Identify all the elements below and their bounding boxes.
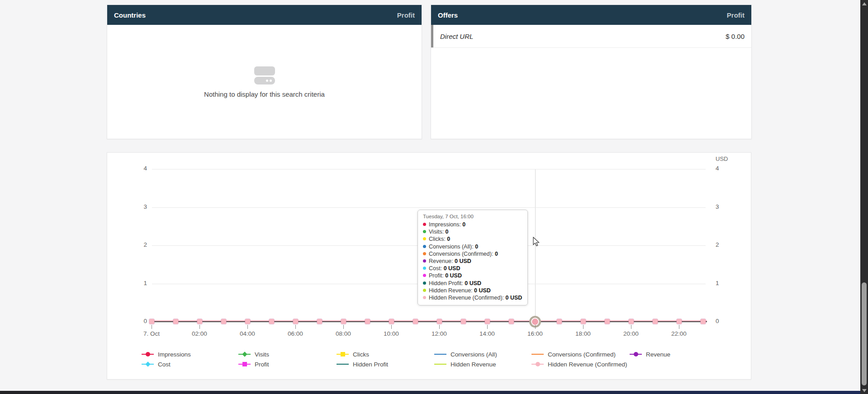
y-axis-label-right: 2 [716, 241, 719, 248]
tooltip-item-dot [423, 252, 426, 255]
scrollbar-up-arrow[interactable] [860, 0, 868, 7]
legend-marker-square-icon [242, 362, 247, 366]
tooltip-item-value: 0 USD [465, 280, 481, 286]
y-axis-label-left: 3 [125, 203, 147, 210]
legend-item[interactable]: Profit [238, 360, 269, 368]
offer-row-direct-url[interactable]: Direct URL $ 0.00 [431, 25, 751, 48]
x-axis-label: 12:00 [423, 330, 455, 337]
x-axis-tick [487, 325, 488, 329]
legend-item[interactable]: Revenue [630, 350, 670, 358]
tooltip-item-dot [423, 223, 426, 226]
tooltip-item-label: Profit: [429, 272, 445, 279]
data-point-marker [461, 319, 466, 324]
scrollbar-down-arrow[interactable] [860, 387, 868, 394]
tooltip-item: Conversions (All): 0 [423, 243, 522, 250]
tooltip-item-label: Cost: [429, 265, 444, 272]
server-stack-icon-top [254, 66, 275, 75]
data-point-marker [677, 319, 682, 324]
data-point-marker [149, 319, 154, 324]
data-point-marker [317, 319, 322, 324]
legend-item[interactable]: Hidden Revenue [434, 360, 496, 368]
legend-item-label: Clicks [353, 351, 369, 358]
legend-item[interactable]: Cost [142, 360, 171, 368]
y-axis-unit-label: USD [716, 155, 728, 162]
tooltip-item-dot [423, 237, 426, 240]
tooltip-item-dot [423, 259, 426, 263]
grid-line [152, 169, 706, 169]
dashboard-page: { "panels": { "countries": { "title": "C… [0, 0, 868, 394]
x-axis-label: 20:00 [615, 330, 647, 337]
tooltip-item: Impressions: 0 [423, 221, 522, 228]
scrollbar-thumb[interactable] [862, 282, 867, 385]
data-point-marker [389, 319, 394, 324]
tooltip-item-label: Clicks: [429, 236, 447, 242]
countries-metric-column-label: Profit [397, 11, 415, 19]
tooltip-item-value: 0 USD [455, 258, 471, 264]
data-point-marker [269, 319, 274, 324]
legend-item[interactable]: Clicks [337, 350, 369, 358]
x-axis-label: 04:00 [232, 330, 263, 337]
legend-marker-diamond-icon [145, 361, 150, 366]
legend-item-label: Impressions [158, 351, 191, 358]
legend-marker-line [337, 364, 349, 365]
tooltip-item: Profit: 0 USD [423, 272, 522, 279]
footer-bar [0, 391, 860, 394]
data-point-marker [581, 319, 586, 324]
x-axis-tick [343, 325, 344, 329]
legend-item-label: Conversions (Confirmed) [548, 351, 616, 358]
data-point-marker [509, 319, 514, 324]
offer-profit-value: $ 0.00 [726, 33, 745, 40]
tooltip-item-label: Hidden Revenue (Confirmed): [429, 295, 506, 301]
chart-plot-area: USD 7. Oct02:0004:0006:0008:0010:0012:00… [107, 153, 751, 379]
legend-marker-icon [337, 351, 349, 357]
x-axis-tick [247, 325, 248, 329]
legend-item-label: Hidden Revenue [451, 361, 496, 368]
empty-state-message: Nothing to display for this search crite… [204, 90, 325, 98]
x-axis-tick [439, 325, 440, 329]
x-axis-label: 08:00 [327, 330, 359, 337]
data-point-marker [605, 319, 610, 324]
x-axis-label: 02:00 [184, 330, 215, 337]
legend-marker-diamond-icon [242, 352, 247, 356]
tooltip-item-value: 0 [446, 229, 449, 235]
legend-item[interactable]: Visits [238, 350, 269, 358]
tooltip-item-value: 0 [462, 221, 465, 228]
tooltip-item: Hidden Revenue: 0 USD [423, 287, 522, 294]
legend-item[interactable]: Hidden Revenue (Confirmed) [531, 360, 627, 368]
offers-panel-header: Offers Profit [431, 5, 751, 25]
tooltip-title: Tuesday, 7 Oct, 16:00 [423, 214, 522, 219]
tooltip-item-label: Hidden Profit: [429, 280, 465, 286]
x-axis-label: 14:00 [471, 330, 503, 337]
tooltip-item-label: Conversions (Confirmed): [429, 251, 495, 257]
legend-item[interactable]: Conversions (Confirmed) [531, 350, 616, 358]
offers-metric-column-label: Profit [727, 11, 745, 19]
y-axis-label-left: 2 [125, 241, 147, 248]
x-axis-tick [391, 325, 392, 329]
x-axis-label: 22:00 [663, 330, 695, 337]
tooltip-item-value: 0 USD [444, 265, 460, 272]
vertical-scrollbar[interactable] [860, 0, 868, 394]
tooltip-item: Hidden Profit: 0 USD [423, 280, 522, 287]
tooltip-item-dot [423, 267, 426, 270]
chart-panel: USD 7. Oct02:0004:0006:0008:0010:0012:00… [107, 152, 751, 380]
tooltip-item-dot [423, 289, 426, 292]
legend-item[interactable]: Conversions (All) [434, 350, 497, 358]
tooltip-item-dot [423, 245, 426, 248]
mouse-cursor [533, 237, 542, 247]
tooltip-item: Conversions (Confirmed): 0 [423, 250, 522, 258]
legend-item-label: Hidden Profit [353, 361, 388, 368]
legend-item[interactable]: Impressions [142, 350, 191, 358]
legend-marker-icon [142, 351, 154, 357]
legend-item[interactable]: Hidden Profit [337, 360, 388, 368]
tooltip-item-value: 0 USD [445, 272, 462, 279]
y-axis-label-left: 0 [125, 318, 147, 324]
x-axis-label: 06:00 [280, 330, 311, 337]
legend-marker-circle-icon [634, 352, 638, 356]
legend-item-label: Hidden Revenue (Confirmed) [548, 361, 627, 368]
data-point-marker [173, 319, 178, 324]
tooltip-item: Visits: 0 [423, 228, 522, 235]
data-point-marker [221, 319, 226, 324]
data-point-marker [413, 319, 418, 324]
tooltip-items: Impressions: 0Visits: 0Clicks: 0Conversi… [423, 221, 522, 301]
offers-panel: Offers Profit Direct URL $ 0.00 [431, 5, 752, 139]
